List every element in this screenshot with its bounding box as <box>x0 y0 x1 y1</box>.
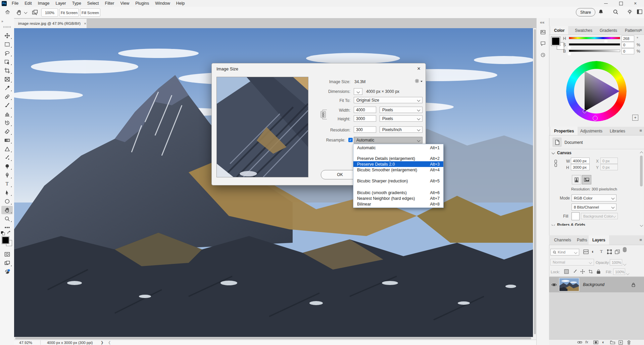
filter-type-layers-icon[interactable]: T <box>600 249 603 254</box>
tab-properties[interactable]: Properties <box>550 127 578 135</box>
notifications-bell-icon[interactable] <box>598 9 604 15</box>
home-icon[interactable] <box>5 9 10 15</box>
vertical-scrollbar[interactable] <box>533 28 536 337</box>
horizontal-scrollbar[interactable] <box>14 337 533 340</box>
sync-share-icon[interactable] <box>1 268 13 276</box>
hue-slider[interactable] <box>569 37 620 39</box>
filter-pixel-layers-icon[interactable] <box>583 249 589 254</box>
object-selection-tool[interactable] <box>1 58 13 66</box>
resolution-input[interactable]: 300 <box>354 126 376 133</box>
gear-menu-arrow-icon[interactable] <box>420 81 423 82</box>
menu-type[interactable]: Type <box>69 1 84 6</box>
menu-plugins[interactable]: Plugins <box>132 1 152 6</box>
collapse-panels-icon[interactable]: «« <box>540 20 544 25</box>
color-panel-menu-icon[interactable]: ≡ <box>639 27 642 33</box>
new-layer-icon[interactable] <box>618 340 623 345</box>
menu-item-bicubic-smoother[interactable]: Bicubic Smoother (enlargement)Alt+4 <box>353 167 443 173</box>
mixer-brush-tool[interactable] <box>1 154 13 162</box>
layer-effects-icon[interactable]: fx <box>585 340 588 344</box>
menu-select[interactable]: Select <box>84 1 102 6</box>
opacity-chevron-icon[interactable] <box>624 261 626 267</box>
add-layer-mask-icon[interactable] <box>593 340 598 344</box>
clone-stamp-tool[interactable] <box>1 110 13 118</box>
resample-select[interactable]: Automatic <box>354 137 423 143</box>
layer-filter-toggle[interactable] <box>623 247 627 252</box>
default-colors-icon[interactable] <box>1 231 5 235</box>
dialog-close-icon[interactable]: × <box>417 65 420 72</box>
tab-gradients[interactable]: Gradients <box>596 26 621 35</box>
menu-help[interactable]: Help <box>173 1 188 6</box>
menu-item-preserve-details-2[interactable]: Preserve Details 2.0Alt+3 <box>353 161 443 167</box>
menu-item-bicubic-sharper[interactable]: Bicubic Sharper (reduction)Alt+5 <box>353 178 443 184</box>
hue-value-input[interactable]: 268 <box>622 36 634 42</box>
close-window-icon[interactable]: × <box>630 0 640 7</box>
layer-lock-icon[interactable] <box>632 283 635 287</box>
portrait-orientation-button[interactable] <box>572 175 581 184</box>
new-group-icon[interactable] <box>610 340 615 344</box>
tab-close-icon[interactable]: × <box>84 21 86 25</box>
photoshop-logo-icon[interactable]: Ps <box>2 1 7 6</box>
menu-file[interactable]: File <box>9 1 21 6</box>
new-adjustment-layer-icon[interactable]: ◐ <box>602 340 605 345</box>
bit-depth-select[interactable]: 8 Bits/Channel <box>572 204 616 211</box>
tab-paths[interactable]: Paths <box>573 235 591 245</box>
triangle-selector[interactable] <box>583 109 587 113</box>
ellipse-tool[interactable] <box>1 197 13 206</box>
rectangular-marquee-tool[interactable] <box>1 40 13 49</box>
type-tool[interactable]: T <box>1 180 13 188</box>
saturation-value-input[interactable]: 0 <box>622 42 634 48</box>
eyedropper-tool[interactable] <box>1 84 13 92</box>
tab-layers[interactable]: Layers <box>589 235 609 245</box>
fit-screen-button[interactable]: Fit Screen <box>59 8 79 17</box>
menu-item-bilinear[interactable]: BilinearAlt+8 <box>353 201 443 207</box>
menu-item-preserve-details-enlargement[interactable]: Preserve Details (enlargement)Alt+2 <box>353 156 443 161</box>
height-input[interactable]: 3000 <box>354 115 376 122</box>
screen-mode-icon[interactable] <box>1 259 13 267</box>
canvas-x-input[interactable]: 0 px <box>600 158 618 164</box>
eraser-tool[interactable] <box>1 127 13 136</box>
tab-adjustments[interactable]: Adjustments <box>577 127 606 135</box>
tab-channels[interactable]: Channels <box>550 235 575 245</box>
properties-panel-menu-icon[interactable]: ≡ <box>639 128 642 133</box>
tab-color[interactable]: Color <box>550 26 568 35</box>
status-prev-icon[interactable]: ❮ <box>108 341 111 344</box>
menu-item-bicubic-smooth-gradients[interactable]: Bicubic (smooth gradients)Alt+6 <box>353 190 443 195</box>
lock-pixels-icon[interactable] <box>573 269 578 274</box>
height-unit-select[interactable]: Pixels <box>380 115 423 122</box>
sat-brightness-triangle[interactable] <box>584 69 620 113</box>
move-tool[interactable] <box>1 32 13 40</box>
fg-color-swatch[interactable] <box>551 37 560 46</box>
share-button[interactable]: Share <box>576 8 595 16</box>
tab-swatches[interactable]: Swatches <box>571 26 596 35</box>
resample-checkbox[interactable]: ✓ <box>348 138 353 142</box>
zoom-tool[interactable] <box>1 215 13 223</box>
toolbar-grip-handle[interactable] <box>3 26 11 28</box>
layer-filter-kind-select[interactable]: Kind <box>550 249 579 255</box>
lock-all-icon[interactable] <box>596 269 601 274</box>
canvas-y-input[interactable]: 0 px <box>600 164 618 170</box>
dodge-tool[interactable] <box>1 162 13 171</box>
crop-tool[interactable] <box>1 66 13 75</box>
gradient-tool[interactable] <box>1 136 13 145</box>
blend-mode-select[interactable]: Normal <box>550 259 594 266</box>
lock-position-icon[interactable] <box>580 269 585 274</box>
foreground-color-swatch[interactable] <box>2 237 9 244</box>
link-layers-icon[interactable] <box>577 340 582 344</box>
fill-color-swatch[interactable] <box>572 212 580 220</box>
layer-visibility-eye-icon[interactable] <box>549 283 559 287</box>
menu-filter[interactable]: Filter <box>102 1 117 6</box>
layer-fill-input[interactable]: 100% <box>613 269 625 275</box>
layer-name[interactable]: Background <box>583 282 604 287</box>
canvas-height-input[interactable]: 3000 px <box>571 164 590 170</box>
add-swatch-icon[interactable]: + <box>632 115 638 121</box>
layer-fill-chevron-icon[interactable] <box>627 270 629 276</box>
menu-layer[interactable]: Layer <box>52 1 69 6</box>
dialog-gear-icon[interactable] <box>414 78 419 83</box>
width-input[interactable]: 4000 <box>354 107 376 113</box>
document-tab[interactable]: image resize.jpg @ 47.9% (RGB/8#) × <box>14 19 87 28</box>
menu-item-nearest-neighbor[interactable]: Nearest Neighbor (hard edges)Alt+7 <box>353 195 443 201</box>
properties-scrollbar[interactable] <box>640 150 643 228</box>
pen-tool[interactable] <box>1 171 13 179</box>
layers-panel-menu-icon[interactable]: ≡ <box>639 237 642 242</box>
comments-panel-icon[interactable] <box>539 40 547 48</box>
